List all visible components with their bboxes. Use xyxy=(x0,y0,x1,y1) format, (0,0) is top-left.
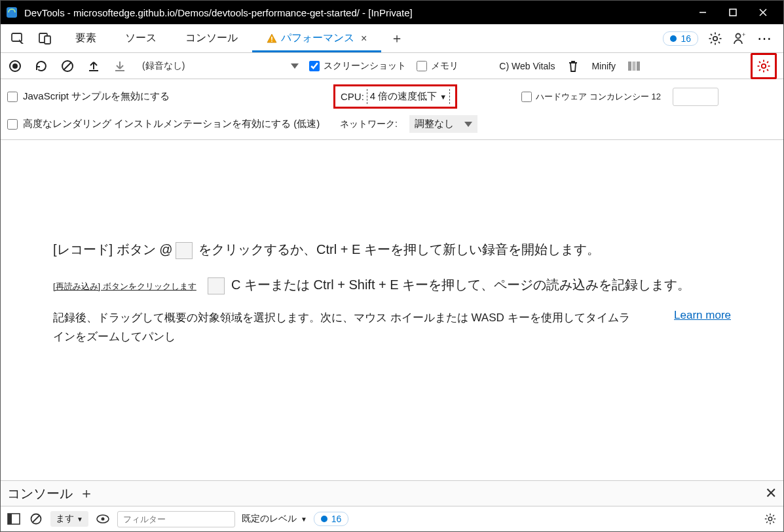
cpu-value: 4 倍の速度低下 xyxy=(370,90,438,103)
hardware-concurrency-checkbox[interactable]: ハードウェア コンカレンシー 12 xyxy=(521,91,661,103)
device-toggle-icon[interactable] xyxy=(37,31,53,46)
network-throttling-select[interactable]: 調整なし xyxy=(409,115,477,133)
console-sidebar-toggle-icon[interactable] xyxy=(6,511,22,527)
record-icon-placeholder xyxy=(176,242,193,259)
svg-line-36 xyxy=(767,69,768,71)
hint-record: [レコード] ボタン @ をクリックするか、Ctrl + E キーを押して新しい… xyxy=(53,238,731,260)
cpu-throttling-select[interactable]: CPU: 4 倍の速度低下 ▼ xyxy=(333,84,457,109)
svg-rect-28 xyxy=(632,62,635,71)
devtools-tabbar: 要素 ソース コンソール パフォーマンス × ＋ 16 + ⋯ xyxy=(1,24,783,53)
svg-line-50 xyxy=(766,515,768,516)
disable-js-samples-checkbox[interactable]: JavaScript サンプルを無効にする xyxy=(7,90,322,103)
tab-console[interactable]: コンソール xyxy=(171,24,252,52)
memory-label: メモリ xyxy=(431,60,458,72)
window-titlebar: DevTools - microsoftedge.github.io/Demos… xyxy=(1,1,783,24)
execution-context-select[interactable]: ます▼ xyxy=(50,511,88,527)
recording-dropdown-icon[interactable] xyxy=(291,63,299,69)
reload-icon-placeholder xyxy=(208,277,225,294)
advanced-rendering-checkbox[interactable]: 高度なレンダリング インストルメンテーションを有効にする (低速) xyxy=(7,118,322,130)
svg-line-15 xyxy=(711,34,712,35)
drawer-add-tab-button[interactable]: ＋ xyxy=(79,484,94,503)
log-level-label: 既定のレベル xyxy=(242,513,297,525)
svg-point-19 xyxy=(736,33,741,38)
hw-concurrency-input[interactable] xyxy=(521,92,532,102)
svg-rect-40 xyxy=(8,514,12,524)
svg-rect-5 xyxy=(12,33,22,41)
svg-line-35 xyxy=(759,62,760,63)
memory-checkbox-input[interactable] xyxy=(417,61,427,71)
advanced-rendering-input[interactable] xyxy=(7,119,18,130)
window-title: DevTools - microsoftedge.github.io/Demos… xyxy=(24,7,688,18)
settings-gear-icon[interactable] xyxy=(707,31,723,46)
inspect-element-icon[interactable] xyxy=(10,31,26,46)
drawer-header: コンソール ＋ ✕ xyxy=(1,480,783,506)
memory-checkbox[interactable]: メモリ xyxy=(417,60,458,72)
minify-button[interactable]: Minify xyxy=(591,61,616,71)
console-clear-icon[interactable] xyxy=(28,511,44,527)
disable-js-samples-label: JavaScript サンプルを無効にする xyxy=(23,90,170,103)
console-filter-input[interactable] xyxy=(117,511,235,527)
record-button[interactable] xyxy=(7,58,23,74)
svg-rect-27 xyxy=(628,62,631,71)
hw-concurrency-value-input[interactable] xyxy=(673,88,719,106)
svg-line-37 xyxy=(767,62,768,63)
svg-point-10 xyxy=(713,36,717,40)
tab-sources[interactable]: ソース xyxy=(111,24,171,52)
drawer-title[interactable]: コンソール xyxy=(7,485,73,503)
upload-icon[interactable] xyxy=(86,58,102,74)
issues-pill[interactable]: 16 xyxy=(663,31,698,46)
hint-reload: [再読み込み] ボタンをクリックします C キーまたは Ctrl + Shift… xyxy=(53,274,731,296)
account-icon[interactable]: + xyxy=(732,31,748,46)
reload-record-button[interactable] xyxy=(33,58,49,74)
warning-icon xyxy=(267,33,277,44)
context-label: ます xyxy=(56,513,74,525)
related-origins-icon[interactable] xyxy=(626,58,642,74)
svg-rect-7 xyxy=(45,36,50,44)
svg-line-24 xyxy=(64,62,71,70)
web-vitals-label[interactable]: C) Web Vitals xyxy=(499,61,555,71)
svg-point-44 xyxy=(101,518,104,521)
svg-line-51 xyxy=(773,522,774,523)
disable-js-samples-input[interactable] xyxy=(7,92,18,102)
svg-rect-9 xyxy=(271,41,272,42)
live-expression-icon[interactable] xyxy=(95,511,111,527)
window-close-button[interactable] xyxy=(748,1,778,24)
tab-performance[interactable]: パフォーマンス × xyxy=(252,24,381,52)
svg-rect-2 xyxy=(730,9,736,16)
recording-status: (録音なし) xyxy=(142,60,185,72)
new-tab-button[interactable]: ＋ xyxy=(381,24,413,52)
perf-toolbar: (録音なし) スクリーンショット メモリ C) Web Vitals Minif… xyxy=(1,53,783,79)
advanced-rendering-label: 高度なレンダリング インストルメンテーションを有効にする (低速) xyxy=(23,118,320,130)
screenshot-checkbox-input[interactable] xyxy=(309,61,320,71)
window-minimize-button[interactable] xyxy=(688,1,718,24)
close-tab-icon[interactable]: × xyxy=(361,33,367,44)
tab-elements[interactable]: 要素 xyxy=(61,24,111,52)
learn-more-link[interactable]: Learn more xyxy=(674,309,731,322)
hint-reload-b: C キーまたは Ctrl + Shift + E キーを押して、ページの読み込み… xyxy=(231,277,690,292)
cpu-label: CPU: xyxy=(341,91,364,102)
console-issue-count: 16 xyxy=(331,514,342,524)
hw-concurrency-label: ハードウェア コンカレンシー 12 xyxy=(536,91,661,103)
capture-settings-button[interactable] xyxy=(751,53,777,79)
svg-point-45 xyxy=(768,517,772,520)
screenshot-checkbox[interactable]: スクリーンショット xyxy=(309,60,406,72)
download-icon[interactable] xyxy=(112,58,128,74)
svg-line-52 xyxy=(773,515,774,516)
hint-reload-small: [再読み込み] ボタンをクリックします xyxy=(53,281,196,291)
svg-line-16 xyxy=(719,42,720,43)
more-menu-icon[interactable]: ⋯ xyxy=(757,30,773,47)
console-settings-icon[interactable] xyxy=(762,511,778,527)
drawer-close-button[interactable]: ✕ xyxy=(765,485,777,502)
trash-icon[interactable] xyxy=(565,58,581,74)
svg-rect-29 xyxy=(637,62,640,71)
console-issues-pill[interactable]: 16 xyxy=(314,512,349,526)
svg-rect-8 xyxy=(271,37,272,40)
issue-dot-icon xyxy=(321,516,327,522)
tab-performance-label: パフォーマンス xyxy=(281,31,354,45)
chevron-down-icon xyxy=(464,122,472,127)
svg-text:+: + xyxy=(742,31,745,38)
clear-button[interactable] xyxy=(60,58,75,74)
window-maximize-button[interactable] xyxy=(718,1,748,24)
issue-dot-icon xyxy=(670,35,677,42)
log-level-select[interactable]: 既定のレベル ▼ xyxy=(242,513,307,525)
